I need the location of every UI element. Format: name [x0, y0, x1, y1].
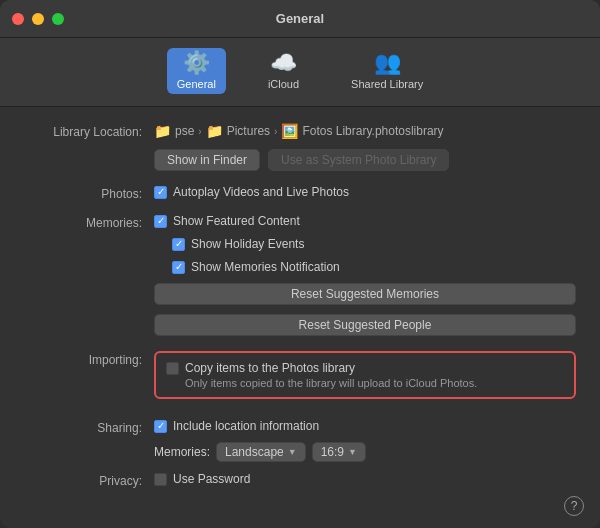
ratio-arrow: ▼ — [348, 447, 357, 457]
window-controls — [12, 13, 64, 25]
tab-shared-library-label: Shared Library — [351, 78, 423, 90]
sharing-row: Sharing: ✓ Include location information … — [24, 419, 576, 462]
autoplay-row: ✓ Autoplay Videos and Live Photos — [154, 185, 576, 199]
tab-icloud-label: iCloud — [268, 78, 299, 90]
library-location-label: Library Location: — [24, 123, 154, 139]
memories-notification-row: ✓ Show Memories Notification — [172, 260, 576, 274]
copy-items-row: Copy items to the Photos library — [166, 361, 564, 375]
use-as-system-button[interactable]: Use as System Photo Library — [268, 149, 449, 171]
bottom-area: ? — [0, 492, 600, 528]
importing-row: Importing: Copy items to the Photos libr… — [24, 351, 576, 409]
titlebar: General — [0, 0, 600, 38]
importing-content: Copy items to the Photos library Only it… — [154, 351, 576, 409]
featured-content-row: ✓ Show Featured Content — [154, 214, 576, 228]
tab-icloud[interactable]: ☁️ iCloud — [258, 48, 309, 94]
autoplay-label: Autoplay Videos and Live Photos — [173, 185, 349, 199]
breadcrumb-arrow-1: › — [198, 126, 201, 137]
tab-general[interactable]: ⚙️ General — [167, 48, 226, 94]
library-location-content: 📁 pse › 📁 Pictures › 🖼️ Fotos Library.ph… — [154, 123, 576, 175]
use-password-checkbox[interactable] — [154, 473, 167, 486]
memories-content: ✓ Show Featured Content ✓ Show Holiday E… — [154, 214, 576, 341]
copy-items-hint: Only items copied to the library will up… — [185, 377, 564, 389]
window-title: General — [276, 11, 324, 26]
ratio-value: 16:9 — [321, 445, 344, 459]
memories-notification-label: Show Memories Notification — [191, 260, 340, 274]
maximize-button[interactable] — [52, 13, 64, 25]
use-password-label: Use Password — [173, 472, 250, 486]
sharing-content: ✓ Include location information Memories:… — [154, 419, 576, 462]
show-in-finder-button[interactable]: Show in Finder — [154, 149, 260, 171]
cloud-icon: ☁️ — [270, 52, 297, 74]
gear-icon: ⚙️ — [183, 52, 210, 74]
tab-general-label: General — [177, 78, 216, 90]
importing-box: Copy items to the Photos library Only it… — [154, 351, 576, 399]
memories-label: Memories: — [24, 214, 154, 230]
minimize-button[interactable] — [32, 13, 44, 25]
folder-icon-1: 📁 — [154, 123, 171, 139]
folder-icon-3: 🖼️ — [281, 123, 298, 139]
ratio-select[interactable]: 16:9 ▼ — [312, 442, 366, 462]
include-location-checkbox[interactable]: ✓ — [154, 420, 167, 433]
close-button[interactable] — [12, 13, 24, 25]
holiday-events-checkbox[interactable]: ✓ — [172, 238, 185, 251]
featured-content-checkbox[interactable]: ✓ — [154, 215, 167, 228]
sharing-label: Sharing: — [24, 419, 154, 435]
breadcrumb-pictures: Pictures — [227, 124, 270, 138]
reset-suggested-people-button[interactable]: Reset Suggested People — [154, 314, 576, 336]
toolbar: ⚙️ General ☁️ iCloud 👥 Shared Library — [0, 38, 600, 107]
reset-suggested-memories-button[interactable]: Reset Suggested Memories — [154, 283, 576, 305]
holiday-events-label: Show Holiday Events — [191, 237, 304, 251]
photos-row: Photos: ✓ Autoplay Videos and Live Photo… — [24, 185, 576, 204]
breadcrumb-arrow-2: › — [274, 126, 277, 137]
memories-format-row: Memories: Landscape ▼ 16:9 ▼ — [154, 442, 576, 462]
use-password-row: Use Password — [154, 472, 576, 486]
tab-shared-library[interactable]: 👥 Shared Library — [341, 48, 433, 94]
content-area: Library Location: 📁 pse › 📁 Pictures › 🖼… — [0, 107, 600, 492]
orientation-select[interactable]: Landscape ▼ — [216, 442, 306, 462]
include-location-label: Include location information — [173, 419, 319, 433]
help-button[interactable]: ? — [564, 496, 584, 516]
autoplay-checkbox[interactable]: ✓ — [154, 186, 167, 199]
copy-items-checkbox[interactable] — [166, 362, 179, 375]
photos-content: ✓ Autoplay Videos and Live Photos — [154, 185, 576, 204]
library-location-row: Library Location: 📁 pse › 📁 Pictures › 🖼… — [24, 123, 576, 175]
library-buttons: Show in Finder Use as System Photo Libra… — [154, 149, 576, 171]
orientation-value: Landscape — [225, 445, 284, 459]
memories-notification-checkbox[interactable]: ✓ — [172, 261, 185, 274]
privacy-label: Privacy: — [24, 472, 154, 488]
holiday-events-row: ✓ Show Holiday Events — [172, 237, 576, 251]
folder-icon-2: 📁 — [206, 123, 223, 139]
photos-label: Photos: — [24, 185, 154, 201]
orientation-arrow: ▼ — [288, 447, 297, 457]
copy-items-label: Copy items to the Photos library — [185, 361, 355, 375]
memories-row: Memories: ✓ Show Featured Content ✓ Show… — [24, 214, 576, 341]
people-icon: 👥 — [374, 52, 401, 74]
privacy-content: Use Password Hidden and Recently Deleted… — [154, 472, 576, 492]
breadcrumb-library: Fotos Library.photoslibrary — [302, 124, 443, 138]
featured-content-label: Show Featured Content — [173, 214, 300, 228]
privacy-row: Privacy: Use Password Hidden and Recentl… — [24, 472, 576, 492]
settings-window: General ⚙️ General ☁️ iCloud 👥 Shared Li… — [0, 0, 600, 528]
memories-format-label: Memories: — [154, 445, 210, 459]
library-breadcrumb: 📁 pse › 📁 Pictures › 🖼️ Fotos Library.ph… — [154, 123, 576, 139]
importing-label: Importing: — [24, 351, 154, 367]
breadcrumb-pse: pse — [175, 124, 194, 138]
include-location-row: ✓ Include location information — [154, 419, 576, 433]
